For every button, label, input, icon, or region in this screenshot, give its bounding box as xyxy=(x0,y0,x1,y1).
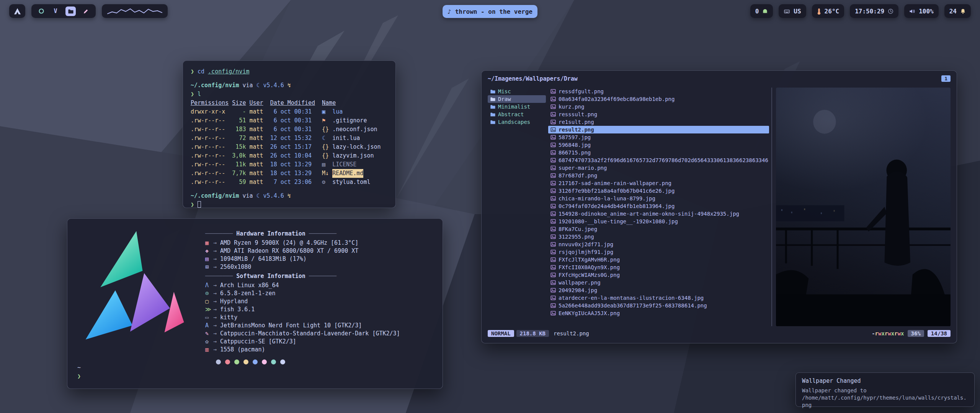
launcher-button[interactable] xyxy=(9,4,25,18)
directory-name: Landscapes xyxy=(498,119,530,125)
fastfetch-terminal-window[interactable]: ────────Hardware Information──────── ▦ →… xyxy=(67,218,443,389)
file-name: wallpaper.png xyxy=(559,280,601,286)
file-date: 18 oct 13:29 xyxy=(270,160,315,169)
software-icon: A xyxy=(205,322,212,330)
file-item[interactable]: 3126f7e9bbf21a8a4af0b67b041c6e26.jpg xyxy=(548,187,769,195)
file-item[interactable]: atardecer-en-la-montanas-ilustracion-634… xyxy=(548,294,769,302)
permission-char: r xyxy=(875,330,878,337)
directory-item[interactable]: Abstract xyxy=(488,111,546,118)
arrow-icon: → xyxy=(213,255,217,263)
file-item[interactable]: 866715.png xyxy=(548,149,769,156)
workspace-2-button[interactable]: V xyxy=(51,7,60,15)
notifications-module[interactable]: 24 xyxy=(944,4,971,18)
arch-logo-icon xyxy=(14,8,21,15)
software-item: ⊙ → 6.5.8-zen1-1-zen xyxy=(205,289,400,298)
file-item[interactable]: re1sult.png xyxy=(548,118,769,126)
file-date: 18 oct 13:29 xyxy=(270,169,315,178)
file-item[interactable]: wallpaper.png xyxy=(548,279,769,286)
file-item[interactable]: FXfcII0X0AQyn9X.png xyxy=(548,263,769,271)
workspace-3-button-active[interactable] xyxy=(65,7,76,16)
command-arg: .config/nvim xyxy=(208,68,249,75)
clock-icon xyxy=(888,8,893,14)
shell-prompt-line[interactable]: ❯ xyxy=(191,200,388,209)
via-label: via xyxy=(242,82,253,89)
file-item[interactable]: 68747470733a2f2f696d616765732d7769786d70… xyxy=(548,156,769,164)
filetype-icon: ⚙ xyxy=(322,178,329,187)
temperature-value: 26°C xyxy=(825,8,840,15)
tab-indicator[interactable]: 1 xyxy=(941,75,951,82)
file-item[interactable]: FXfcHgcWIAMzs0G.png xyxy=(548,271,769,279)
scroll-percent-badge: 36% xyxy=(908,330,924,337)
image-file-icon xyxy=(550,249,556,255)
file-item[interactable]: 217167-sad-anime-rain-wallpaper.png xyxy=(548,179,769,187)
file-permissions: .rw-r--r-- xyxy=(191,143,229,151)
directory-item[interactable]: Misc xyxy=(488,88,546,95)
updates-module[interactable]: 0 xyxy=(750,4,773,18)
file-name-cell: {}lazyvim.json xyxy=(322,151,388,160)
directory-item[interactable]: Minimalist xyxy=(488,103,546,111)
software-value: kitty xyxy=(220,314,237,322)
file-owner: matt xyxy=(249,125,263,134)
filetype-icon: ☾ xyxy=(322,134,329,143)
file-item[interactable]: ressdfgult.png xyxy=(548,88,769,95)
speaker-icon xyxy=(909,8,915,14)
software-title: Software Information xyxy=(236,273,305,280)
file-item[interactable]: kurz.png xyxy=(548,103,769,111)
system-info-panel: ────────Hardware Information──────── ▦ →… xyxy=(205,226,400,363)
keyboard-layout-module[interactable]: US xyxy=(779,4,806,18)
file-item[interactable]: super-mario.png xyxy=(548,164,769,172)
file-item[interactable]: result2.png xyxy=(548,126,769,133)
topbar-left-group: V xyxy=(9,4,168,18)
directory-item[interactable]: Draw xyxy=(488,95,546,103)
file-item[interactable]: rsjqojlmjhf91.jpg xyxy=(548,248,769,256)
file-manager-window[interactable]: ~/Imagenes/Wallpapers/Draw 1 Misc Draw xyxy=(481,70,957,343)
file-name: 08a634fa02a32364f69ebc86a98eb1eb.png xyxy=(559,96,675,102)
file-item[interactable]: 587597.jpg xyxy=(548,133,769,141)
file-item[interactable]: 3122955.png xyxy=(548,233,769,241)
file-name: stylua.toml xyxy=(332,178,370,187)
filetype-icon: {} xyxy=(322,125,329,134)
workspace-4-button[interactable] xyxy=(82,7,90,15)
directory-item[interactable]: Landscapes xyxy=(488,118,546,126)
music-player-module[interactable]: ♪ thrown - on the verge xyxy=(443,5,537,18)
image-file-icon xyxy=(550,211,556,216)
file-item[interactable]: 0c794faf07de24a4db4d4fb1eb813964.jpg xyxy=(548,202,769,210)
file-item[interactable]: 87r687df.png xyxy=(548,172,769,179)
command: cd xyxy=(198,68,204,75)
file-item[interactable]: 154928-odinokoe_anime-art-anime-okno-sin… xyxy=(548,210,769,218)
file-item[interactable]: 5a266e448add93deab367d87173e9f25-6837886… xyxy=(548,302,769,309)
file-item[interactable]: resssult.png xyxy=(548,111,769,118)
file-item[interactable]: chica-mirando-la-luna-8799.jpg xyxy=(548,195,769,202)
file-item[interactable]: 20492984.jpg xyxy=(548,286,769,294)
file-item[interactable]: 19201080-__blue-tinge__-1920×1080.jpg xyxy=(548,218,769,225)
file-item[interactable]: FXfcJlTXgAMvH6R.png xyxy=(548,256,769,263)
cursor-position-badge: 14/38 xyxy=(928,330,951,337)
rule-right: ──────── xyxy=(309,273,336,280)
preview-art xyxy=(776,88,951,326)
temperature-module[interactable]: 26°C xyxy=(812,4,844,18)
file-name: EeNKYgIUcAAJ5JX.png xyxy=(559,310,620,316)
file-name: 154928-odinokoe_anime-art-anime-okno-sin… xyxy=(559,211,739,217)
system-graph-widget[interactable] xyxy=(102,4,168,18)
file-name: .gitignore xyxy=(332,116,367,125)
image-file-icon xyxy=(550,257,556,262)
file-item[interactable]: 8FKa7Cu.jpeg xyxy=(548,225,769,233)
software-item: ≫ → fish 3.6.1 xyxy=(205,306,400,314)
software-item: ▢ → Hyprland xyxy=(205,298,400,306)
terminal-nvim-window[interactable]: ❯cd.config/nvim ~/.config/nvimvia☾v5.4.6… xyxy=(183,60,396,208)
file-item[interactable]: nnvuv0xj2df71.jpg xyxy=(548,241,769,248)
file-item[interactable]: EeNKYgIUcAAJ5JX.png xyxy=(548,309,769,317)
file-item[interactable]: 08a634fa02a32364f69ebc86a98eb1eb.png xyxy=(548,95,769,103)
workspace-1-button[interactable] xyxy=(37,7,46,15)
notification-popup[interactable]: Wallpaper Changed Wallpaper changed to /… xyxy=(795,372,975,407)
clock-module[interactable]: 17:50:29 xyxy=(850,4,898,18)
software-icon: ▭ xyxy=(205,314,212,322)
file-item[interactable]: 596848.jpg xyxy=(548,141,769,149)
file-date: 6 oct 00:31 xyxy=(270,125,315,134)
software-value: Catppuccin-Macchiato-Standard-Lavender-D… xyxy=(220,330,400,338)
hardware-item: ❖ → AMD ATI Radeon RX 6800/6800 XT / 690… xyxy=(205,247,400,255)
software-item: ▥ → 1558 (pacman) xyxy=(205,346,400,354)
permission-char: x xyxy=(901,330,904,337)
music-note-icon: ♪ xyxy=(448,8,451,15)
volume-module[interactable]: 100% xyxy=(904,4,939,18)
